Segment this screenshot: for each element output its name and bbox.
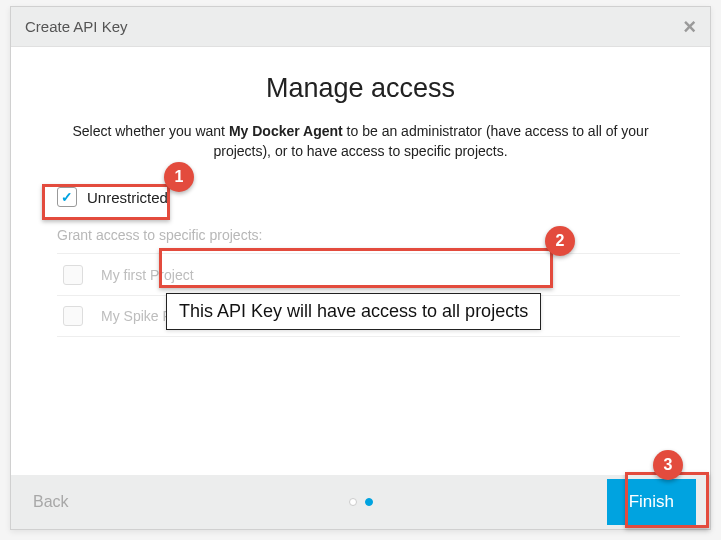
step-pager (349, 498, 373, 506)
back-button[interactable]: Back (33, 493, 69, 511)
access-info-overlay: This API Key will have access to all pro… (166, 293, 541, 330)
project-name: My first Project (101, 267, 194, 283)
close-icon[interactable]: × (683, 16, 696, 38)
modal-body: Manage access Select whether you want My… (11, 47, 710, 475)
unrestricted-checkbox[interactable] (57, 187, 77, 207)
finish-button[interactable]: Finish (607, 479, 696, 525)
modal-title: Create API Key (25, 18, 128, 35)
page-dot-active[interactable] (365, 498, 373, 506)
create-api-key-modal: Create API Key × Manage access Select wh… (10, 6, 711, 530)
modal-header: Create API Key × (11, 7, 710, 47)
modal-footer: Back Finish (11, 475, 710, 529)
page-subheading: Select whether you want My Docker Agent … (59, 122, 662, 161)
sub-pre: Select whether you want (72, 123, 228, 139)
agent-name: My Docker Agent (229, 123, 343, 139)
unrestricted-option[interactable]: Unrestricted (51, 183, 174, 211)
page-heading: Manage access (41, 73, 680, 104)
grant-access-label: Grant access to specific projects: (57, 227, 680, 243)
unrestricted-label: Unrestricted (87, 189, 168, 206)
page-dot[interactable] (349, 498, 357, 506)
project-checkbox (63, 265, 83, 285)
project-checkbox (63, 306, 83, 326)
project-row: My first Project (57, 253, 680, 295)
